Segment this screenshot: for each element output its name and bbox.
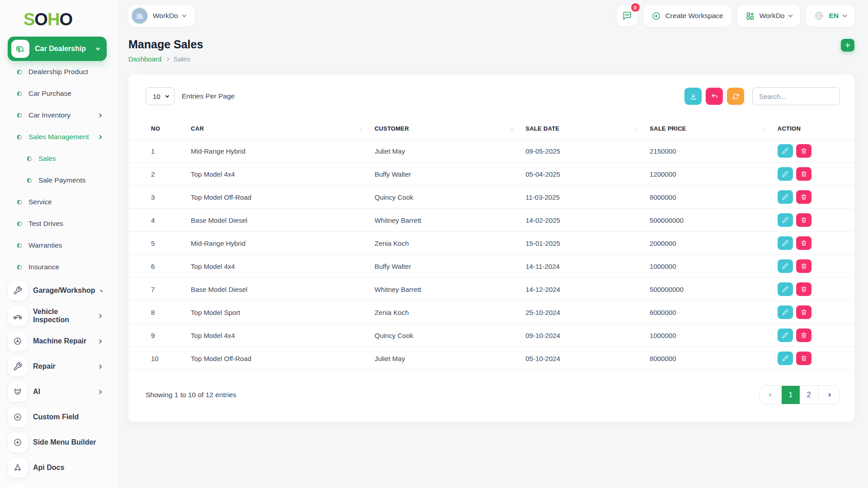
sidebar-item-garage-workshop[interactable]: Garage/Workshop [0, 278, 118, 303]
workspace-selector[interactable]: WorkDo [128, 5, 195, 27]
edit-button[interactable] [778, 167, 793, 181]
cell-sale-date: 14-02-2025 [525, 209, 650, 232]
delete-button[interactable] [796, 236, 811, 250]
bullet-icon [17, 221, 22, 226]
trash-icon [801, 332, 807, 338]
next-page-button[interactable] [818, 386, 840, 404]
delete-button[interactable] [796, 352, 811, 365]
add-sale-button[interactable] [841, 39, 854, 52]
cell-sale-price: 6000000 [650, 301, 778, 324]
sidebar-item-car-purchase[interactable]: Car Purchase [0, 83, 118, 104]
delete-button[interactable] [796, 328, 811, 342]
delete-button[interactable] [796, 259, 811, 273]
page-1-button[interactable]: 1 [782, 386, 800, 404]
edit-button[interactable] [778, 352, 793, 365]
table-row: 10 Top Model Off-Road Juliet May 05-10-2… [128, 347, 854, 370]
breadcrumb-dashboard-link[interactable]: Dashboard [128, 55, 161, 63]
trash-icon [801, 309, 807, 315]
sidebar-item-sales-management[interactable]: Sales Management [0, 126, 118, 148]
sidebar-item-repair[interactable]: Repair [0, 354, 118, 379]
sidebar-module-car-dealership[interactable]: Car Dealership [8, 37, 107, 61]
sort-icon[interactable]: ↑↓ [359, 126, 362, 131]
download-icon [689, 93, 697, 100]
trash-icon [801, 217, 807, 223]
pencil-icon [782, 332, 788, 338]
refresh-button[interactable] [727, 88, 744, 105]
delete-button[interactable] [796, 282, 811, 296]
edit-button[interactable] [778, 213, 793, 227]
delete-button[interactable] [796, 305, 811, 319]
create-workspace-button[interactable]: Create Workspace [643, 5, 731, 27]
sidebar-item-label: Sales [38, 155, 56, 163]
undo-button[interactable] [706, 88, 723, 105]
edit-button[interactable] [778, 236, 793, 250]
plus-icon [844, 42, 851, 48]
chevron-down-icon [96, 46, 100, 51]
column-header-car[interactable]: CAR↑↓ [191, 119, 374, 140]
sidebar-item-label: Sale Payments [38, 176, 85, 184]
edit-button[interactable] [778, 190, 793, 204]
search-input[interactable] [752, 87, 840, 105]
language-selector[interactable]: EN [806, 5, 854, 27]
sidebar-item-api-docs[interactable]: Api Docs [0, 455, 118, 480]
edit-button[interactable] [778, 328, 793, 342]
sidebar-item-sale-payments[interactable]: Sale Payments [0, 169, 118, 191]
sidebar-item-custom-field[interactable]: Custom Field [0, 404, 118, 430]
sidebar-item-service[interactable]: Service [0, 191, 118, 213]
column-header-sale-date[interactable]: SALE DATE↑↓ [525, 119, 650, 140]
sidebar-item-car-inventory[interactable]: Car Inventory [0, 104, 118, 126]
hidden-icon [8, 483, 28, 488]
cell-sale-price: 2000000 [650, 232, 778, 255]
edit-button[interactable] [778, 144, 793, 158]
chevron-right-icon [98, 339, 102, 343]
table-row: 7 Base Model Diesel Whitney Barrett 14-1… [128, 278, 854, 301]
workdo-menu-label: WorkDo [760, 12, 785, 20]
sidebar-item-partial[interactable] [0, 480, 118, 488]
circle-plus-icon [651, 11, 661, 21]
sidebar-item-machine-repair[interactable]: Machine Repair [0, 328, 118, 354]
sort-icon[interactable]: ↑↓ [634, 126, 637, 131]
cell-car: Top Model 4x4 [191, 255, 374, 278]
edit-button[interactable] [778, 305, 793, 319]
sidebar-item-side-menu-builder[interactable]: Side Menu Builder [0, 430, 118, 455]
cell-no: 8 [128, 301, 191, 324]
page-2-button[interactable]: 2 [800, 386, 818, 404]
delete-button[interactable] [796, 167, 811, 181]
brand-logo[interactable]: SOHO [0, 0, 118, 29]
sidebar-menu: Dealership Product Car Purchase Car Inve… [0, 61, 118, 488]
messages-button[interactable]: 0 [617, 5, 637, 26]
sidebar-item-ai[interactable]: AI [0, 379, 118, 404]
export-button[interactable] [684, 88, 702, 105]
prev-page-button[interactable] [760, 386, 782, 404]
delete-button[interactable] [796, 213, 811, 227]
sidebar-item-vehicle-inspection[interactable]: Vehicle Inspection [0, 303, 118, 328]
table-controls: 10 Entries Per Page [128, 87, 854, 105]
pencil-icon [782, 263, 788, 269]
page-title: Manage Sales [128, 38, 203, 51]
sidebar-item-insurance[interactable]: Insurance [0, 256, 118, 278]
cell-car: Top Model Off-Road [191, 186, 374, 209]
sidebar-item-warranties[interactable]: Warranties [0, 235, 118, 256]
trash-icon [801, 171, 807, 177]
bullet-icon [27, 178, 32, 183]
sidebar-item-test-drives[interactable]: Test Drives [0, 213, 118, 235]
workdo-menu-button[interactable]: WorkDo [737, 5, 801, 27]
column-header-sale-price[interactable]: SALE PRICE↑↓ [650, 119, 778, 140]
cell-sale-date: 09-10-2024 [525, 324, 650, 347]
edit-button[interactable] [778, 282, 793, 296]
table-row: 6 Top Model 4x4 Buffy Walter 14-11-2024 … [128, 255, 854, 278]
delete-button[interactable] [796, 144, 811, 158]
table-row: 8 Top Model Sport Zenia Koch 25-10-2024 … [128, 301, 854, 324]
sort-icon[interactable]: ↑↓ [762, 126, 765, 131]
edit-button[interactable] [778, 259, 793, 273]
cell-sale-date: 14-12-2024 [525, 278, 650, 301]
delete-button[interactable] [796, 190, 811, 204]
chevron-right-icon [98, 113, 102, 117]
column-header-customer[interactable]: CUSTOMER↑↓ [374, 119, 525, 140]
sort-icon[interactable]: ↑↓ [509, 126, 513, 131]
entries-per-page-select[interactable]: 10 [146, 87, 175, 105]
sidebar-item-dealership-product[interactable]: Dealership Product [0, 61, 118, 83]
sidebar-item-sales[interactable]: Sales [0, 148, 118, 169]
motorcycle-icon [8, 306, 28, 326]
sidebar-item-label: Garage/Workshop [33, 286, 95, 295]
